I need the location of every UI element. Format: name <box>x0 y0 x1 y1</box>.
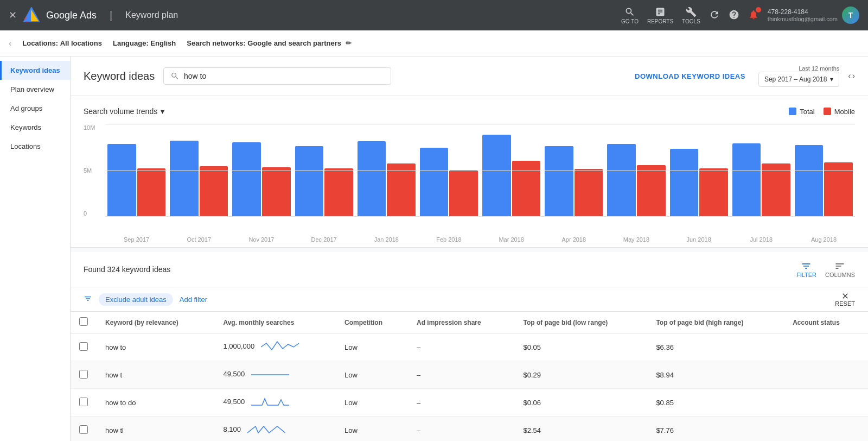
chart-x-label: Jun 2018 <box>668 236 730 243</box>
bar-total[interactable] <box>295 146 324 216</box>
bar-total[interactable] <box>607 144 636 216</box>
bar-mobile[interactable] <box>512 161 541 216</box>
bar-total[interactable] <box>420 148 449 216</box>
select-all-checkbox[interactable] <box>79 317 88 326</box>
bar-mobile[interactable] <box>387 163 416 216</box>
row-checkbox-cell[interactable] <box>71 389 97 417</box>
account-email: thinkmustblog@gmail.com <box>768 16 838 22</box>
legend-total-box <box>789 108 796 115</box>
search-volume-trends-button[interactable]: Search volume trends ▾ <box>84 105 164 118</box>
chart-legend: Total Mobile <box>789 108 855 116</box>
help-button[interactable] <box>729 9 739 21</box>
bar-mobile[interactable] <box>699 168 728 216</box>
chart-x-label: Nov 2017 <box>230 236 292 243</box>
next-period-button[interactable]: › <box>852 71 855 81</box>
date-range-selector[interactable]: Sep 2017 – Aug 2018 ▾ <box>758 72 839 87</box>
add-filter-button[interactable]: Add filter <box>180 295 207 304</box>
search-box[interactable] <box>163 67 391 85</box>
th-keyword: Keyword (by relevance) <box>97 312 214 333</box>
chart-month-group <box>105 144 168 216</box>
goto-button[interactable]: GO TO <box>621 7 639 24</box>
sidebar-item-keywords[interactable]: Keywords <box>0 118 70 137</box>
legend-total-label: Total <box>800 108 814 116</box>
filter-bar: Exclude adult ideas Add filter RESET <box>71 287 868 312</box>
row-checkbox-cell[interactable] <box>71 417 97 442</box>
bar-total[interactable] <box>670 149 699 216</box>
row-account-status <box>784 389 868 417</box>
chart-x-label: Jan 2018 <box>355 236 418 243</box>
legend-mobile: Mobile <box>824 108 855 116</box>
language-filter[interactable]: Language: English <box>113 39 176 47</box>
bar-mobile[interactable] <box>137 168 166 216</box>
bar-mobile[interactable] <box>449 170 478 216</box>
y-label-5m: 5M <box>84 167 103 174</box>
bar-total[interactable] <box>170 141 199 216</box>
bar-mobile[interactable] <box>262 167 291 216</box>
row-checkbox-cell[interactable] <box>71 361 97 389</box>
page-name: Keyword plan <box>125 10 178 20</box>
refresh-button[interactable] <box>709 9 720 21</box>
filter-button[interactable]: FILTER <box>796 261 816 278</box>
date-range-dropdown-icon: ▾ <box>830 75 833 83</box>
account-phone: 478-228-4184 <box>768 8 838 16</box>
row-bid-high: $6.36 <box>647 333 784 361</box>
row-checkbox-cell[interactable] <box>71 333 97 361</box>
th-ad-impression: Ad impression share <box>408 312 515 333</box>
notification-button[interactable] <box>748 9 759 21</box>
reset-button[interactable]: RESET <box>835 292 855 307</box>
account-info[interactable]: 478-228-4184 thinkmustblog@gmail.com T <box>768 7 859 24</box>
row-checkbox[interactable] <box>79 398 88 406</box>
google-ads-logo <box>23 7 40 23</box>
search-input[interactable] <box>184 72 384 80</box>
keyword-ideas-header: Keyword ideas DOWNLOAD KEYWORD IDEAS Las… <box>71 56 868 96</box>
row-checkbox[interactable] <box>79 342 88 351</box>
bar-mobile[interactable] <box>324 168 353 216</box>
bar-total[interactable] <box>232 142 261 216</box>
keywords-section: Found 324 keyword ideas FILTER COLUMNS <box>71 252 868 441</box>
exclude-adult-ideas-chip[interactable]: Exclude adult ideas <box>99 293 173 306</box>
bar-total[interactable] <box>732 143 761 216</box>
columns-button[interactable]: COLUMNS <box>825 261 855 278</box>
row-bid-low: $0.05 <box>515 333 648 361</box>
bar-mobile[interactable] <box>762 163 790 216</box>
bar-total[interactable] <box>545 146 573 216</box>
close-icon[interactable]: ✕ <box>9 9 17 21</box>
row-keyword: how t <box>97 361 214 389</box>
bar-total[interactable] <box>795 145 824 216</box>
table-row: how tl 8,100 Low – $2.54 $7.76 <box>71 417 868 442</box>
chart-x-label: Sep 2017 <box>105 236 168 243</box>
row-ad-impression: – <box>408 333 515 361</box>
chart-bars-container <box>105 124 855 217</box>
table-header: Keyword (by relevance) Avg. monthly sear… <box>71 312 868 333</box>
chart-month-group <box>293 146 355 216</box>
sidebar-item-keyword-ideas[interactable]: Keyword ideas <box>0 61 70 80</box>
row-bid-low: $0.29 <box>515 361 648 389</box>
row-competition: Low <box>336 333 408 361</box>
locations-filter[interactable]: Locations: All locations <box>22 39 102 47</box>
bar-total[interactable] <box>358 141 386 216</box>
networks-edit-icon[interactable]: ✏ <box>346 39 352 47</box>
tools-button[interactable]: TOOLS <box>682 7 700 24</box>
prev-period-button[interactable]: ‹ <box>848 71 851 81</box>
sidebar-item-locations[interactable]: Locations <box>0 137 70 156</box>
bar-total[interactable] <box>107 144 136 216</box>
bar-total[interactable] <box>482 135 511 216</box>
row-checkbox[interactable] <box>79 370 88 379</box>
sidebar-item-ad-groups[interactable]: Ad groups <box>0 99 70 118</box>
bar-mobile[interactable] <box>575 169 603 216</box>
bar-mobile[interactable] <box>637 165 666 216</box>
sidebar-item-plan-overview[interactable]: Plan overview <box>0 80 70 99</box>
bar-mobile[interactable] <box>200 166 228 216</box>
networks-filter[interactable]: Search networks: Google and search partn… <box>187 39 351 47</box>
reports-button[interactable]: REPORTS <box>647 7 673 24</box>
legend-mobile-box <box>824 108 831 115</box>
download-keyword-ideas-button[interactable]: DOWNLOAD KEYWORD IDEAS <box>635 72 745 80</box>
chart-month-group <box>542 146 605 216</box>
row-checkbox[interactable] <box>79 425 88 434</box>
content: Keyword ideas DOWNLOAD KEYWORD IDEAS Las… <box>71 56 868 441</box>
th-select-all[interactable] <box>71 312 97 333</box>
sub-bar-chevron[interactable]: ‹ <box>9 39 11 48</box>
sidebar: Keyword ideas Plan overview Ad groups Ke… <box>0 56 71 441</box>
chart-x-label: Oct 2017 <box>168 236 230 243</box>
row-keyword: how to <box>97 333 214 361</box>
